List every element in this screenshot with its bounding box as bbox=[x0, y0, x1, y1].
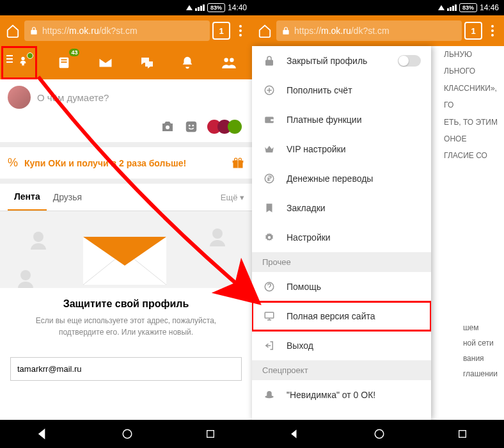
svg-point-17 bbox=[212, 228, 223, 239]
menu-logout[interactable]: Выход bbox=[252, 331, 431, 360]
badge: 43 bbox=[69, 49, 79, 56]
menu-bookmarks[interactable]: Закладки bbox=[252, 193, 431, 223]
menu-vip[interactable]: VIP настройки bbox=[252, 134, 431, 164]
feature-title: Защитите свой профиль bbox=[13, 298, 239, 310]
menu-paid[interactable]: Платные функции bbox=[252, 105, 431, 134]
battery-icon: 83% bbox=[459, 3, 477, 12]
svg-point-16 bbox=[33, 232, 43, 242]
svg-point-19 bbox=[123, 429, 132, 438]
lock-icon bbox=[29, 26, 38, 35]
menu-section-other: Прочее bbox=[252, 252, 431, 272]
plus-circle-icon bbox=[262, 84, 276, 96]
tab-more[interactable]: Ещё ▾ bbox=[221, 193, 244, 202]
svg-point-6 bbox=[166, 125, 169, 129]
status-bar: 83% 14:46 bbox=[252, 0, 504, 15]
browser-menu-icon[interactable] bbox=[233, 25, 248, 36]
background-text: ЛЬНУЮ ЛЬНОГО КЛАССНИКИ», ГО ЕТЬ, ТО ЭТИМ… bbox=[444, 46, 498, 164]
feature-desc: Если вы еще используете этот адрес, пожа… bbox=[13, 315, 239, 338]
network-icon bbox=[438, 5, 445, 10]
url-bar[interactable]: https://m.ok.ru/dk?st.cm bbox=[276, 20, 462, 41]
signal-icon bbox=[195, 4, 205, 11]
signal-icon bbox=[447, 4, 457, 11]
camera-icon[interactable] bbox=[160, 119, 175, 134]
right-phone: 83% 14:46 https://m.ok.ru/dk?st.cm 1 ЛЬН… bbox=[252, 0, 504, 448]
menu-full-site[interactable]: Полная версия сайта bbox=[252, 301, 431, 331]
svg-rect-23 bbox=[271, 119, 274, 121]
recent-button[interactable] bbox=[205, 429, 216, 439]
svg-point-13 bbox=[235, 158, 237, 161]
svg-point-30 bbox=[375, 429, 384, 438]
app-nav: 43 bbox=[0, 46, 252, 79]
svg-point-18 bbox=[20, 270, 31, 280]
svg-rect-28 bbox=[265, 312, 274, 318]
composer[interactable]: О чём думаете? bbox=[0, 79, 252, 115]
home-icon[interactable] bbox=[256, 22, 274, 40]
home-icon[interactable] bbox=[4, 22, 22, 40]
svg-point-0 bbox=[21, 57, 24, 60]
tab-count[interactable]: 1 bbox=[464, 22, 482, 40]
feed-tabs: Лента Друзья Ещё ▾ bbox=[0, 184, 252, 211]
home-button[interactable] bbox=[374, 428, 385, 440]
emoji-icon[interactable] bbox=[184, 120, 198, 134]
crown-icon bbox=[262, 143, 276, 155]
battery-icon: 83% bbox=[207, 3, 225, 12]
menu-settings[interactable]: Настройки bbox=[252, 223, 431, 252]
tab-friends[interactable]: Друзья bbox=[47, 184, 88, 210]
browser-menu-icon[interactable] bbox=[485, 25, 500, 36]
menu-invisible[interactable]: "Невидимка" от 0 ОК! bbox=[252, 380, 431, 410]
clock: 14:40 bbox=[228, 3, 247, 12]
svg-point-4 bbox=[224, 58, 228, 62]
browser-bar: https://m.ok.ru/dk?st.cm 1 bbox=[252, 15, 504, 46]
percent-icon: % bbox=[8, 156, 18, 170]
promo-banner[interactable]: % Купи ОКи и получи в 2 раза больше! bbox=[0, 147, 252, 179]
discussions-button[interactable] bbox=[134, 50, 159, 76]
svg-point-5 bbox=[230, 58, 234, 62]
android-nav bbox=[252, 420, 504, 448]
poll-icon[interactable] bbox=[207, 120, 242, 134]
left-phone: 83% 14:40 https://m.ok.ru/dk?st.cm 1 43 bbox=[0, 0, 252, 448]
gear-icon bbox=[262, 232, 276, 243]
menu-private-profile[interactable]: Закрытый профиль bbox=[252, 46, 431, 76]
svg-rect-2 bbox=[61, 60, 67, 61]
online-dot-icon bbox=[27, 52, 33, 59]
composer-actions bbox=[0, 115, 252, 142]
promo-text: Купи ОКи и получи в 2 раза больше! bbox=[24, 158, 225, 168]
wallet-icon bbox=[262, 114, 276, 125]
composer-placeholder: О чём думаете? bbox=[37, 92, 109, 103]
background-text2: шем ной сети вания глашении bbox=[463, 320, 498, 381]
status-bar: 83% 14:40 bbox=[0, 0, 252, 15]
lock-icon bbox=[281, 26, 290, 35]
menu-topup[interactable]: Пополнить счёт bbox=[252, 76, 431, 105]
tab-feed[interactable]: Лента bbox=[8, 184, 47, 211]
network-icon bbox=[186, 5, 193, 10]
svg-point-14 bbox=[239, 158, 241, 161]
svg-rect-31 bbox=[459, 431, 466, 438]
friends-button[interactable] bbox=[216, 50, 242, 76]
home-button[interactable] bbox=[122, 428, 133, 440]
ruble-icon bbox=[262, 173, 276, 184]
back-button[interactable] bbox=[36, 428, 49, 440]
notifications-button[interactable] bbox=[175, 50, 200, 76]
logout-icon bbox=[262, 340, 276, 351]
recent-button[interactable] bbox=[457, 429, 468, 439]
side-drawer: Закрытый профиль Пополнить счёт Платные … bbox=[252, 46, 431, 420]
browser-bar: https://m.ok.ru/dk?st.cm 1 bbox=[0, 15, 252, 46]
help-icon bbox=[262, 281, 276, 292]
feature-banner bbox=[0, 211, 252, 288]
menu-button[interactable] bbox=[10, 50, 36, 76]
messages-button[interactable] bbox=[93, 50, 118, 76]
feed-button[interactable]: 43 bbox=[51, 50, 77, 76]
clock: 14:46 bbox=[480, 3, 499, 12]
svg-rect-3 bbox=[61, 61, 67, 63]
android-nav bbox=[0, 420, 252, 448]
toggle[interactable] bbox=[398, 55, 421, 67]
avatar[interactable] bbox=[8, 86, 31, 109]
tab-count[interactable]: 1 bbox=[212, 22, 230, 40]
svg-rect-7 bbox=[186, 122, 197, 132]
menu-help[interactable]: Помощь bbox=[252, 272, 431, 301]
back-button[interactable] bbox=[288, 428, 301, 440]
email-field[interactable]: tamarkrr@mail.ru bbox=[10, 357, 242, 381]
url-bar[interactable]: https://m.ok.ru/dk?st.cm bbox=[24, 20, 210, 41]
svg-point-8 bbox=[189, 125, 191, 127]
menu-transfers[interactable]: Денежные переводы bbox=[252, 164, 431, 193]
